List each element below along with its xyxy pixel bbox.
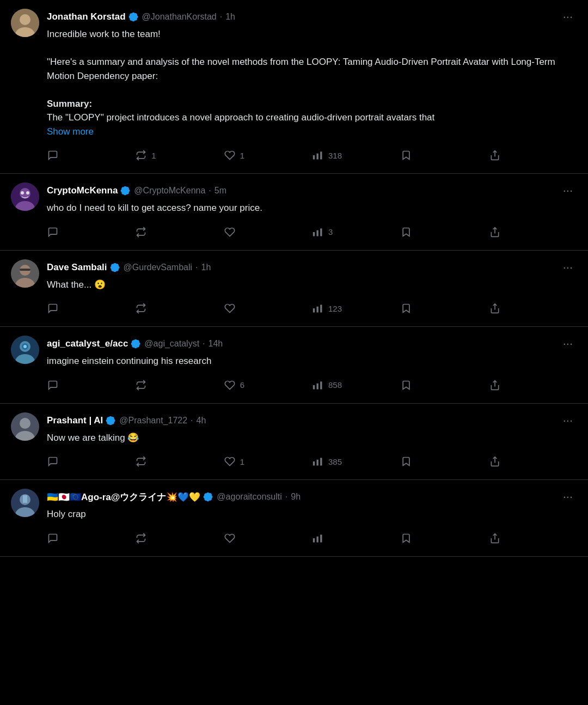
- name-row-crypto: CryptoMcKenna: [47, 185, 131, 196]
- views-count-dave: 123: [328, 304, 342, 313]
- more-button-prashant[interactable]: ···: [559, 412, 577, 429]
- tweet-jonathan: Jonathan Korstad @JonathanKorstad · 1h ·…: [0, 0, 588, 174]
- views-action-agi[interactable]: 858: [312, 376, 400, 394]
- retweet-count-jonathan: 1: [151, 151, 156, 160]
- like-action-dave[interactable]: [224, 299, 312, 318]
- tweet-content-prashant: Now we are talking 😂: [47, 431, 577, 445]
- avatar-prashant[interactable]: [11, 412, 39, 441]
- retweet-action-jonathan[interactable]: 1: [135, 146, 223, 165]
- tweet-handle-dave: @GurdevSambali: [124, 263, 193, 272]
- share-action-crypto[interactable]: [489, 223, 577, 241]
- tweet-handle-crypto: @CryptoMcKenna: [134, 186, 205, 196]
- name-row-jonathan: Jonathan Korstad: [47, 11, 139, 22]
- more-button-agora[interactable]: ···: [559, 489, 577, 505]
- tweet-content-agora: Holy crap: [47, 507, 577, 521]
- svg-rect-31: [320, 381, 322, 389]
- retweet-action-agora[interactable]: [135, 529, 223, 548]
- tweet-time-jonathan: 1h: [225, 12, 235, 22]
- more-button-agi[interactable]: ···: [559, 336, 577, 352]
- comment-action-crypto[interactable]: [47, 223, 135, 241]
- svg-rect-13: [316, 230, 318, 236]
- tweet-name-agora: 🇺🇦🇯🇵🇪🇺Ago-ra@ウクライナ💥💙💛: [47, 491, 200, 503]
- svg-rect-45: [316, 536, 318, 542]
- tweet-content-dave: What the... 😮: [47, 278, 577, 292]
- avatar-agora[interactable]: [11, 489, 39, 517]
- name-row-prashant: Prashant | AI: [47, 415, 116, 426]
- share-action-agi[interactable]: [489, 376, 577, 394]
- avatar-jonathan[interactable]: [11, 9, 39, 37]
- tweet-header-left-prashant: Prashant | AI @Prashant_1722 · 4h: [47, 415, 206, 426]
- svg-rect-4: [316, 154, 318, 160]
- views-action-dave[interactable]: 123: [312, 299, 400, 318]
- like-icon-dave: [224, 302, 236, 314]
- tweet-actions-agi: 6 858: [47, 376, 577, 394]
- comment-icon-agora: [47, 532, 59, 544]
- like-icon-agi: [224, 379, 236, 391]
- share-action-prashant[interactable]: [489, 452, 577, 471]
- tweet-body-crypto: CryptoMcKenna @CryptoMcKenna · 5m ··· wh…: [47, 183, 577, 241]
- comment-action-agi[interactable]: [47, 376, 135, 394]
- views-action-jonathan[interactable]: 318: [312, 146, 400, 165]
- tweet-header-prashant: Prashant | AI @Prashant_1722 · 4h ···: [47, 412, 577, 429]
- more-button-dave[interactable]: ···: [559, 259, 577, 276]
- retweet-action-prashant[interactable]: [135, 452, 223, 471]
- views-action-crypto[interactable]: 3: [312, 223, 400, 241]
- like-action-crypto[interactable]: [224, 223, 312, 241]
- bookmark-icon-agora: [400, 532, 412, 544]
- comment-action-agora[interactable]: [47, 529, 135, 548]
- retweet-action-agi[interactable]: [135, 376, 223, 394]
- bookmark-action-agora[interactable]: [400, 529, 488, 548]
- tweet-actions-prashant: 1 385: [47, 452, 577, 471]
- views-icon-agi: [312, 379, 324, 391]
- more-button-jonathan[interactable]: ···: [559, 9, 577, 25]
- tweet-content-crypto: who do I need to kill to get access? nam…: [47, 201, 577, 215]
- comment-action-prashant[interactable]: [47, 452, 135, 471]
- like-action-prashant[interactable]: 1: [224, 452, 312, 471]
- comment-icon-agi: [47, 379, 59, 391]
- share-action-dave[interactable]: [489, 299, 577, 318]
- tweet-crypto: CryptoMcKenna @CryptoMcKenna · 5m ··· wh…: [0, 174, 588, 251]
- views-icon-crypto: [312, 226, 324, 238]
- avatar-crypto[interactable]: [11, 183, 39, 211]
- tweet-name-dave: Dave Sambali: [47, 262, 107, 273]
- views-action-prashant[interactable]: 385: [312, 452, 400, 471]
- show-more-jonathan[interactable]: Show more: [47, 126, 94, 137]
- tweet-header-left-dave: Dave Sambali @GurdevSambali · 1h: [47, 262, 211, 273]
- tweet-body-prashant: Prashant | AI @Prashant_1722 · 4h ··· No…: [47, 412, 577, 471]
- like-icon-jonathan: [224, 149, 236, 161]
- tweet-name-agi: agi_catalyst_e/acc: [47, 338, 128, 349]
- views-count-jonathan: 318: [328, 151, 342, 160]
- bookmark-action-agi[interactable]: [400, 376, 488, 394]
- tweet-prashant: Prashant | AI @Prashant_1722 · 4h ··· No…: [0, 404, 588, 481]
- avatar-dave[interactable]: [11, 259, 39, 288]
- bookmark-icon-jonathan: [400, 149, 412, 161]
- like-count-prashant: 1: [240, 457, 244, 466]
- name-row-dave: Dave Sambali: [47, 262, 120, 273]
- like-count-agi: 6: [240, 380, 244, 390]
- tweet-time-dave: 1h: [201, 263, 211, 272]
- tweet-header-agora: 🇺🇦🇯🇵🇪🇺Ago-ra@ウクライナ💥💙💛 @agoraitconsulti ·…: [47, 489, 577, 505]
- tweet-header-left-jonathan: Jonathan Korstad @JonathanKorstad · 1h: [47, 11, 235, 22]
- comment-action-jonathan[interactable]: [47, 146, 135, 165]
- tweet-handle-prashant: @Prashant_1722: [119, 416, 187, 426]
- comment-action-dave[interactable]: [47, 299, 135, 318]
- share-action-jonathan[interactable]: [489, 146, 577, 165]
- like-icon-prashant: [224, 455, 236, 467]
- share-action-agora[interactable]: [489, 529, 577, 548]
- like-action-jonathan[interactable]: 1: [224, 146, 312, 165]
- views-action-agora[interactable]: [312, 529, 400, 548]
- bookmark-action-prashant[interactable]: [400, 452, 488, 471]
- comment-icon-crypto: [47, 226, 59, 238]
- bookmark-action-crypto[interactable]: [400, 223, 488, 241]
- views-count-crypto: 3: [328, 227, 333, 236]
- retweet-action-crypto[interactable]: [135, 223, 223, 241]
- verified-icon-agi: [130, 338, 141, 349]
- bookmark-action-jonathan[interactable]: [400, 146, 488, 165]
- more-button-crypto[interactable]: ···: [559, 183, 577, 199]
- like-action-agora[interactable]: [224, 529, 312, 548]
- tweet-header-left-agora: 🇺🇦🇯🇵🇪🇺Ago-ra@ウクライナ💥💙💛 @agoraitconsulti ·…: [47, 491, 301, 503]
- bookmark-action-dave[interactable]: [400, 299, 488, 318]
- retweet-action-dave[interactable]: [135, 299, 223, 318]
- avatar-agi[interactable]: [11, 336, 39, 364]
- like-action-agi[interactable]: 6: [224, 376, 312, 394]
